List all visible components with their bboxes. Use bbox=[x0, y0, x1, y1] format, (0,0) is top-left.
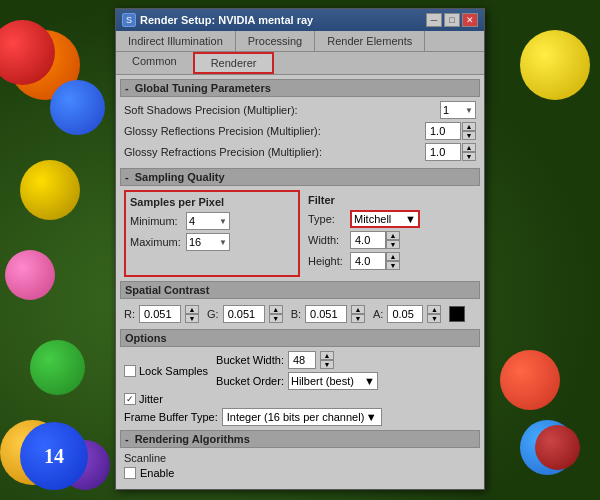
window-title: Render Setup: NVIDIA mental ray bbox=[140, 14, 313, 26]
filter-type-dropdown[interactable]: Mitchell ▼ bbox=[350, 210, 420, 228]
glossy-reflections-spinner: ▲ ▼ bbox=[462, 122, 476, 140]
glossy-refractions-label: Glossy Refractions Precision (Multiplier… bbox=[124, 146, 425, 158]
spin-up[interactable]: ▲ bbox=[462, 122, 476, 131]
a-up[interactable]: ▲ bbox=[427, 305, 441, 314]
color-swatch[interactable] bbox=[449, 306, 465, 322]
maximum-dropdown[interactable]: 16 ▼ bbox=[186, 233, 230, 251]
filter-width-spinner: ▲ ▼ bbox=[386, 231, 400, 249]
frame-buffer-dropdown[interactable]: Integer (16 bits per channel) ▼ bbox=[222, 408, 382, 426]
filter-title: Filter bbox=[308, 194, 472, 206]
minimize-button[interactable]: ─ bbox=[426, 13, 442, 27]
filter-height-label: Height: bbox=[308, 255, 350, 267]
tabs-row1: Indirect Illumination Processing Render … bbox=[116, 31, 484, 52]
bw-down[interactable]: ▼ bbox=[320, 360, 334, 369]
soft-shadows-row: Soft Shadows Precision (Multiplier): 1 ▼ bbox=[120, 101, 480, 119]
options-row2: ✓ Jitter bbox=[124, 393, 476, 405]
spin-down[interactable]: ▼ bbox=[462, 131, 476, 140]
tab-renderer[interactable]: Renderer bbox=[193, 52, 275, 74]
jitter-label: Jitter bbox=[139, 393, 163, 405]
ball-green bbox=[30, 340, 85, 395]
ball-pink bbox=[5, 250, 55, 300]
close-button[interactable]: ✕ bbox=[462, 13, 478, 27]
a-value: 0.05 bbox=[387, 305, 423, 323]
lock-samples-checkbox[interactable] bbox=[124, 365, 136, 377]
soft-shadows-dropdown[interactable]: 1 ▼ bbox=[440, 101, 476, 119]
a-down[interactable]: ▼ bbox=[427, 314, 441, 323]
restore-button[interactable]: □ bbox=[444, 13, 460, 27]
bw-up[interactable]: ▲ bbox=[320, 351, 334, 360]
tabs-row2: Common Renderer bbox=[116, 52, 484, 75]
spin-down4[interactable]: ▼ bbox=[386, 261, 400, 270]
scanline-title: Scanline bbox=[124, 452, 476, 464]
spatial-contrast-header: Spatial Contrast bbox=[120, 281, 480, 299]
dropdown-arrow-icon: ▼ bbox=[465, 106, 473, 115]
title-bar-left: S Render Setup: NVIDIA mental ray bbox=[122, 13, 313, 27]
min-dropdown-arrow-icon: ▼ bbox=[219, 217, 227, 226]
g-value: 0.051 bbox=[223, 305, 265, 323]
max-dropdown-arrow-icon: ▼ bbox=[219, 238, 227, 247]
spatial-row: R: 0.051 ▲ ▼ G: 0.051 ▲ ▼ B: 0.051 ▲ ▼ bbox=[124, 303, 476, 325]
tab-processing[interactable]: Processing bbox=[236, 31, 315, 51]
spin-up2[interactable]: ▲ bbox=[462, 143, 476, 152]
tab-common[interactable]: Common bbox=[116, 52, 193, 74]
lock-samples-item: Lock Samples bbox=[124, 365, 208, 377]
g-up[interactable]: ▲ bbox=[269, 305, 283, 314]
options-header: Options bbox=[120, 329, 480, 347]
frame-buffer-label: Frame Buffer Type: bbox=[124, 411, 218, 423]
bucket-width-spinner: ▲ ▼ bbox=[320, 351, 334, 369]
r-value: 0.051 bbox=[139, 305, 181, 323]
global-tuning-title: Global Tuning Parameters bbox=[135, 82, 271, 94]
b-spinner: ▲ ▼ bbox=[351, 305, 365, 323]
minimum-dropdown[interactable]: 4 ▼ bbox=[186, 212, 230, 230]
spin-up4[interactable]: ▲ bbox=[386, 252, 400, 261]
b-down[interactable]: ▼ bbox=[351, 314, 365, 323]
glossy-refractions-input: 1.0 ▲ ▼ bbox=[425, 143, 476, 161]
scanline-section: Scanline Enable bbox=[120, 452, 480, 479]
tab-indirect-illumination[interactable]: Indirect Illumination bbox=[116, 31, 236, 51]
collapse-icon3: - bbox=[125, 433, 129, 445]
bucket-order-dropdown[interactable]: Hilbert (best) ▼ bbox=[288, 372, 378, 390]
spatial-contrast-title: Spatial Contrast bbox=[125, 284, 209, 296]
ball-14: 14 bbox=[20, 422, 88, 490]
samples-per-pixel-box: Samples per Pixel Minimum: 4 ▼ Maximum: … bbox=[124, 190, 300, 277]
r-spinner: ▲ ▼ bbox=[185, 305, 199, 323]
glossy-refractions-row: Glossy Refractions Precision (Multiplier… bbox=[120, 143, 480, 161]
a-label: A: bbox=[373, 308, 383, 320]
r-label: R: bbox=[124, 308, 135, 320]
spin-down2[interactable]: ▼ bbox=[462, 152, 476, 161]
filter-width-value: 4.0 bbox=[350, 231, 386, 249]
filter-dropdown-arrow-icon: ▼ bbox=[405, 213, 416, 225]
spatial-contrast-section: R: 0.051 ▲ ▼ G: 0.051 ▲ ▼ B: 0.051 ▲ ▼ bbox=[120, 303, 480, 325]
scanline-enable-checkbox[interactable] bbox=[124, 467, 136, 479]
maximum-row: Maximum: 16 ▼ bbox=[130, 233, 294, 251]
app-icon: S bbox=[122, 13, 136, 27]
tab-render-elements[interactable]: Render Elements bbox=[315, 31, 425, 51]
spin-up3[interactable]: ▲ bbox=[386, 231, 400, 240]
filter-height-value: 4.0 bbox=[350, 252, 386, 270]
rendering-algorithms-section: - Rendering Algorithms Scanline Enable bbox=[120, 430, 480, 479]
g-down[interactable]: ▼ bbox=[269, 314, 283, 323]
spin-down3[interactable]: ▼ bbox=[386, 240, 400, 249]
collapse-icon: - bbox=[125, 82, 129, 94]
jitter-checkbox[interactable]: ✓ bbox=[124, 393, 136, 405]
lock-samples-label: Lock Samples bbox=[139, 365, 208, 377]
maximum-label: Maximum: bbox=[130, 236, 186, 248]
frame-buffer-row: Frame Buffer Type: Integer (16 bits per … bbox=[124, 408, 476, 426]
bucket-order-label: Bucket Order: bbox=[216, 375, 284, 387]
glossy-refractions-value: 1.0 bbox=[425, 143, 461, 161]
g-label: G: bbox=[207, 308, 219, 320]
bucket-width-row: Bucket Width: 48 ▲ ▼ bbox=[216, 351, 378, 369]
scanline-enable-row: Enable bbox=[124, 467, 476, 479]
b-label: B: bbox=[291, 308, 301, 320]
global-tuning-header: - Global Tuning Parameters bbox=[120, 79, 480, 97]
filter-width-row: Width: 4.0 ▲ ▼ bbox=[308, 231, 472, 249]
bucket-width-value: 48 bbox=[288, 351, 316, 369]
filter-height-spinner: ▲ ▼ bbox=[386, 252, 400, 270]
minimum-row: Minimum: 4 ▼ bbox=[130, 212, 294, 230]
r-up[interactable]: ▲ bbox=[185, 305, 199, 314]
ball-blue bbox=[50, 80, 105, 135]
r-down[interactable]: ▼ bbox=[185, 314, 199, 323]
ball-red2 bbox=[535, 425, 580, 470]
glossy-reflections-row: Glossy Reflections Precision (Multiplier… bbox=[120, 122, 480, 140]
b-up[interactable]: ▲ bbox=[351, 305, 365, 314]
